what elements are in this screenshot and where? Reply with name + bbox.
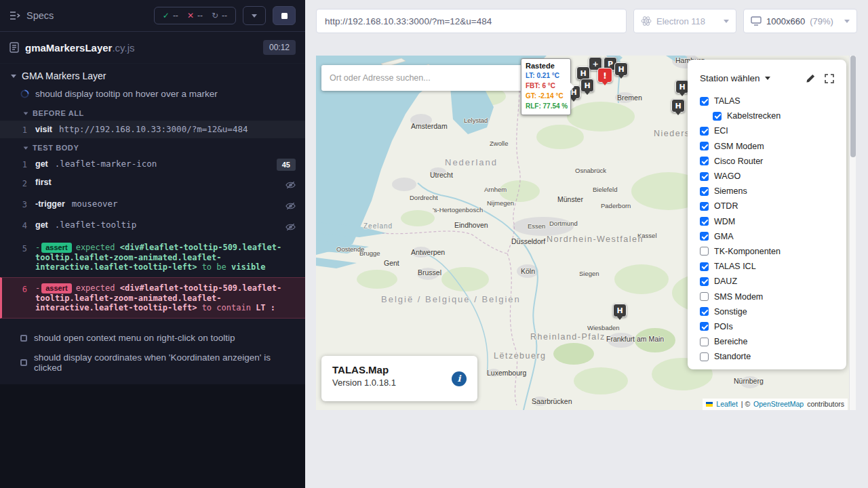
- info-icon[interactable]: i: [452, 371, 467, 386]
- checkbox[interactable]: [700, 202, 709, 211]
- viewport-select[interactable]: 1000x660 (79%): [743, 9, 857, 33]
- checkbox[interactable]: [700, 307, 709, 316]
- layer-checkbox-item[interactable]: OTDR: [700, 199, 834, 214]
- layer-label: SMS Modem: [714, 292, 763, 302]
- stat-passed: ✓--: [163, 11, 178, 20]
- vertical-scrollbar[interactable]: [849, 56, 856, 410]
- stat-pending-count: --: [222, 11, 227, 20]
- stat-failed: ✕--: [187, 11, 203, 20]
- command-row[interactable]: 1get.leaflet-marker-icon45: [0, 155, 305, 174]
- layer-checkbox-item[interactable]: ECI: [700, 123, 834, 138]
- checkbox[interactable]: [700, 142, 709, 150]
- command-number: 1: [0, 124, 35, 135]
- leaflet-map[interactable]: AmsterdamLelystadGroningenLeeuwardenNede…: [316, 56, 856, 410]
- leaflet-link[interactable]: Leaflet: [716, 400, 738, 408]
- checkbox[interactable]: [700, 277, 709, 286]
- station-marker[interactable]: H: [580, 79, 594, 92]
- search-input[interactable]: [330, 73, 525, 83]
- test-running-spinner-icon: [20, 89, 29, 98]
- layer-checkbox-item[interactable]: Standorte: [700, 349, 834, 364]
- checkbox[interactable]: [700, 292, 709, 301]
- checkbox[interactable]: [700, 157, 709, 165]
- checkbox[interactable]: [700, 247, 709, 256]
- checkbox[interactable]: [700, 322, 709, 331]
- layer-checkbox-item[interactable]: TALAS: [700, 94, 834, 108]
- map-label: Dortmund: [549, 220, 578, 227]
- browser-select[interactable]: Electron 118: [633, 9, 736, 33]
- layer-checkbox-item[interactable]: GSM Modem: [700, 139, 834, 154]
- layer-checkbox-item[interactable]: Sonstige: [700, 304, 834, 319]
- map-label: Antwerpen: [411, 248, 445, 256]
- layer-checkbox-item[interactable]: GMA: [700, 229, 834, 244]
- layer-checkbox-item[interactable]: SMS Modem: [700, 289, 834, 304]
- station-select-label[interactable]: Station wählen: [700, 73, 760, 83]
- station-marker[interactable]: H: [614, 62, 628, 76]
- checkbox[interactable]: [700, 217, 709, 226]
- viewport-icon: [751, 16, 762, 26]
- section-before-all[interactable]: BEFORE ALL: [0, 104, 305, 121]
- map-label: Köln: [521, 267, 535, 275]
- stop-button[interactable]: [273, 6, 296, 25]
- layer-checkbox-item[interactable]: Siemens: [700, 184, 834, 199]
- edit-pencil-icon[interactable]: [806, 74, 815, 83]
- station-marker[interactable]: H: [675, 80, 689, 94]
- checkbox[interactable]: [700, 352, 709, 361]
- url-bar[interactable]: [316, 9, 627, 33]
- checkbox[interactable]: [700, 187, 709, 196]
- layer-label: TALAS: [714, 96, 741, 106]
- command-row[interactable]: 3-triggermouseover: [0, 195, 305, 216]
- reporter-header: Specs ✓--✕--↻--: [0, 0, 305, 32]
- command-row[interactable]: 1visithttp://192.168.10.33:3000/?m=12&u=…: [0, 121, 305, 138]
- checkbox[interactable]: [700, 338, 709, 346]
- map-label: Lelystad: [464, 117, 488, 124]
- station-marker[interactable]: H: [671, 99, 685, 113]
- layer-checkbox-item[interactable]: Bereiche: [700, 334, 834, 349]
- map-attribution: Leaflet | © OpenStreetMap contributors: [703, 399, 848, 410]
- command-args: mouseover: [72, 199, 118, 209]
- checkbox[interactable]: [700, 127, 709, 136]
- station-marker[interactable]: H: [576, 66, 590, 80]
- layer-label: WAGO: [714, 171, 741, 181]
- command-row[interactable]: 4get.leaflet-tooltip: [0, 216, 305, 237]
- layer-label: ECI: [714, 126, 728, 136]
- pending-test[interactable]: should display coordinates when 'Koordin…: [0, 348, 305, 378]
- checkbox[interactable]: [700, 232, 709, 241]
- spec-name[interactable]: gmaMarkersLayer.cy.js: [25, 42, 134, 54]
- checkbox[interactable]: [700, 172, 709, 181]
- app-under-test-panel: Electron 118 1000x660 (79%): [305, 0, 868, 488]
- command-row[interactable]: 2first: [0, 174, 305, 195]
- map-label: Zwolle: [490, 140, 508, 147]
- station-marker[interactable]: H: [613, 304, 627, 317]
- checkbox[interactable]: [700, 97, 709, 106]
- pending-test[interactable]: should open context menu on right-click …: [0, 328, 305, 348]
- scrollbar-thumb[interactable]: [850, 56, 856, 157]
- command-number: 4: [0, 220, 35, 230]
- command-row[interactable]: 5-assertexpected <div#leaflet-tooltip-50…: [0, 237, 305, 277]
- checkbox[interactable]: [713, 112, 722, 121]
- fullscreen-expand-icon[interactable]: [825, 74, 834, 83]
- layer-checkbox-item[interactable]: DAUZ: [700, 274, 834, 289]
- layer-checkbox-item[interactable]: TK-Komponenten: [700, 244, 834, 259]
- layer-checkbox-item[interactable]: POIs: [700, 319, 834, 334]
- layer-checkbox-item[interactable]: WDM: [700, 214, 834, 229]
- section-test-body[interactable]: TEST BODY: [0, 138, 305, 155]
- osm-link[interactable]: OpenStreetMap: [753, 400, 804, 408]
- specs-label[interactable]: Specs: [26, 10, 54, 21]
- layer-checkbox-item[interactable]: TALAS ICL: [700, 259, 834, 274]
- layer-label: GMA: [714, 232, 733, 241]
- layer-checkbox-item[interactable]: WAGO: [700, 169, 834, 184]
- layer-checkbox-item[interactable]: Kabelstrecken: [713, 108, 834, 123]
- passed-icon: ✓: [163, 11, 170, 20]
- specs-menu-icon[interactable]: [9, 11, 20, 20]
- checkbox[interactable]: [700, 262, 709, 271]
- layer-checkbox-item[interactable]: Cisco Router: [700, 154, 834, 169]
- map-label: Oostende: [336, 245, 364, 253]
- layer-label: Cisco Router: [714, 157, 763, 166]
- alert-marker[interactable]: !: [597, 68, 612, 83]
- command-row[interactable]: 6-assertexpected <div#leaflet-tooltip-50…: [0, 277, 305, 319]
- suite-title[interactable]: GMA Markers Layer: [0, 64, 305, 86]
- collapse-all-button[interactable]: [243, 6, 266, 25]
- active-test-title[interactable]: should display tooltip on hover over a m…: [0, 86, 305, 104]
- map-label: Münster: [557, 195, 583, 203]
- spec-timer: 00:12: [263, 40, 296, 55]
